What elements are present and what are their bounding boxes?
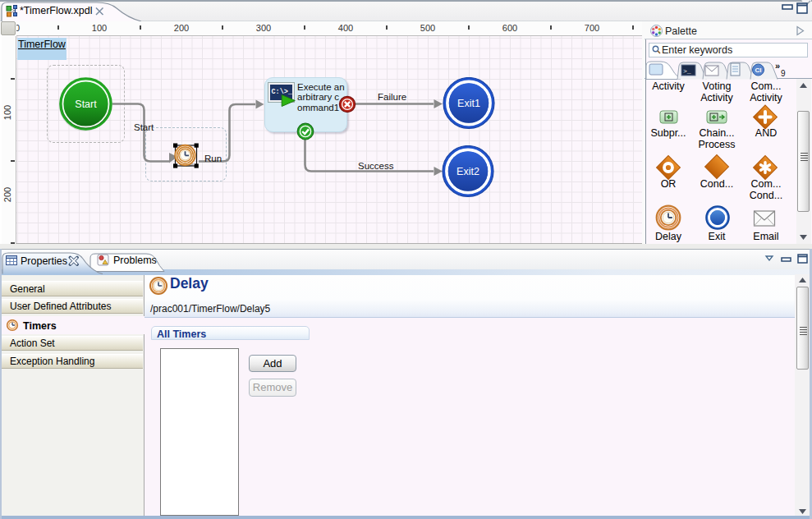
svg-text:9: 9 [781, 69, 786, 78]
svg-text:»: » [775, 61, 780, 71]
svg-text:Exit1: Exit1 [457, 98, 480, 109]
svg-text:Start: Start [75, 99, 97, 110]
svg-text:Exit2: Exit2 [456, 166, 479, 177]
svg-text:>_: >_ [683, 67, 691, 75]
svg-text:C:\>_: C:\>_ [272, 88, 293, 96]
svg-text:CI: CI [755, 67, 762, 74]
